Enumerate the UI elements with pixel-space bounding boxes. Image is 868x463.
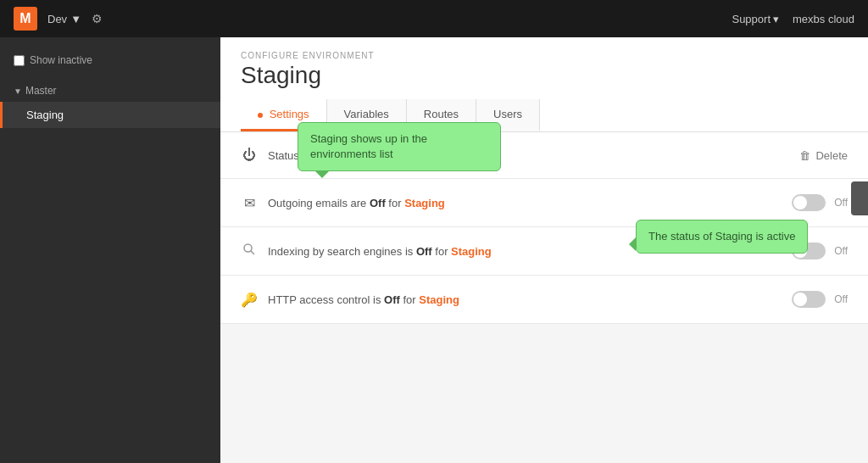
search-icon bbox=[241, 243, 258, 259]
settings-row-http: 🔑 HTTP access control is Off for Staging… bbox=[220, 276, 868, 324]
support-dropdown-icon: ▾ bbox=[773, 13, 779, 25]
http-action: Off bbox=[792, 291, 848, 308]
support-link[interactable]: Support ▾ bbox=[732, 13, 779, 25]
emails-toggle-label: Off bbox=[834, 197, 848, 209]
magento-logo: M bbox=[14, 7, 37, 31]
env-title: Staging bbox=[241, 62, 848, 89]
main-layout: Show inactive Master Staging CONFIGURE E… bbox=[0, 37, 868, 463]
delete-button[interactable]: 🗑 Delete bbox=[799, 149, 848, 162]
http-toggle[interactable] bbox=[792, 291, 826, 308]
dev-dropdown[interactable]: Dev ▼ bbox=[47, 13, 81, 25]
http-text: HTTP access control is Off for Staging bbox=[268, 293, 782, 306]
content-header: CONFIGURE ENVIRONMENT Staging Settings V… bbox=[220, 37, 868, 132]
key-icon: 🔑 bbox=[241, 292, 258, 308]
content-area: CONFIGURE ENVIRONMENT Staging Settings V… bbox=[220, 37, 868, 463]
gear-icon[interactable]: ⚙ bbox=[92, 12, 103, 25]
master-section: Master Staging bbox=[0, 80, 220, 128]
http-toggle-label: Off bbox=[834, 293, 848, 305]
sidebar: Show inactive Master Staging bbox=[0, 37, 220, 463]
tab-settings-indicator bbox=[258, 113, 263, 118]
sidebar-item-staging[interactable]: Staging bbox=[0, 102, 220, 128]
tooltip-staging-status: The status of Staging is active bbox=[636, 220, 808, 254]
indexing-toggle-label: Off bbox=[834, 245, 848, 257]
configure-label: CONFIGURE ENVIRONMENT bbox=[241, 51, 848, 60]
status-action: 🗑 Delete bbox=[799, 149, 848, 162]
user-info: mexbs cloud bbox=[793, 13, 854, 25]
emails-text: Outgoing emails are Off for Staging bbox=[268, 197, 782, 209]
show-inactive-container: Show inactive bbox=[0, 47, 220, 73]
show-inactive-label: Show inactive bbox=[30, 54, 92, 66]
power-icon: ⏻ bbox=[241, 148, 258, 163]
show-inactive-checkbox[interactable] bbox=[14, 55, 25, 66]
top-nav-right: Support ▾ mexbs cloud bbox=[732, 13, 854, 25]
dev-dropdown-icon: ▼ bbox=[70, 13, 81, 25]
right-edge-indicator bbox=[851, 181, 868, 215]
top-nav: M Dev ▼ ⚙ Support ▾ mexbs cloud bbox=[0, 0, 868, 37]
tooltip-staging-list: Staging shows up in the environments lis… bbox=[298, 122, 501, 171]
emails-action: Off bbox=[792, 194, 848, 211]
emails-toggle[interactable] bbox=[792, 194, 826, 211]
email-icon: ✉ bbox=[241, 195, 258, 211]
top-nav-left: M Dev ▼ ⚙ bbox=[14, 7, 103, 31]
master-label: Master bbox=[0, 80, 220, 102]
trash-icon: 🗑 bbox=[799, 149, 810, 162]
